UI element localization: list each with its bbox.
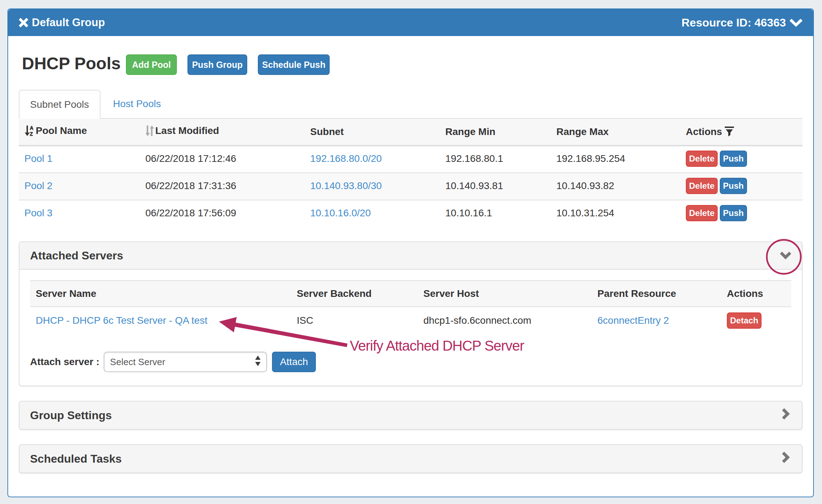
svg-text:Z: Z (30, 131, 33, 136)
svg-text:A: A (30, 125, 33, 131)
